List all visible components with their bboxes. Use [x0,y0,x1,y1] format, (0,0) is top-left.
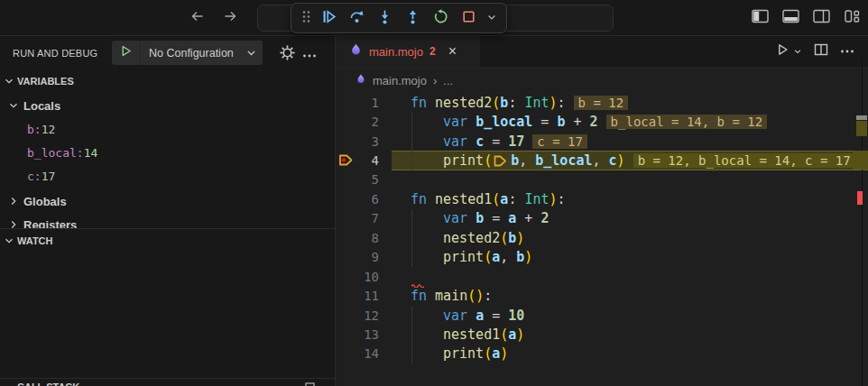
variable-value: 17 [42,170,56,183]
tab-main-mojo[interactable]: main.mojo 2 × [336,36,480,67]
line-content: fn main(): [392,286,868,305]
debug-settings-button[interactable] [280,45,295,64]
code-line-12[interactable]: 12var a = 10 [336,306,868,325]
variable-row-b[interactable]: b: 12 [27,117,335,141]
glyph-margin[interactable] [336,325,356,344]
step-out-button[interactable] [402,7,424,30]
overview-ruler[interactable] [853,36,868,386]
code-token: ( [492,95,500,111]
glyph-margin[interactable] [336,189,356,208]
code-line-3[interactable]: 3var c = 17c = 17 [336,132,868,151]
watch-section-header[interactable]: WATCH [0,228,335,252]
code-token: var [443,308,476,324]
indent-guide [411,151,412,170]
code-token: var [443,133,476,150]
toggle-primary-sidebar-button[interactable] [751,9,769,27]
code-token: b [500,95,508,111]
continue-button[interactable] [318,7,340,30]
back-button[interactable] [188,9,206,27]
toggle-secondary-sidebar-icon [813,9,830,27]
variable-row-b-local[interactable]: b_local: 14 [27,141,335,164]
forward-arrow-icon [223,9,238,27]
code-line-2[interactable]: 2var b_local = b + 2b_local = 14, b = 12 [336,112,868,131]
code-token: Int [524,191,549,207]
chevron-down-icon [3,75,15,87]
glyph-margin[interactable] [336,132,356,151]
chevron-right-icon [7,195,20,207]
launch-configuration-dropdown[interactable]: No Configuration [112,41,263,65]
start-debugging-button[interactable] [112,41,141,65]
title-bar [0,0,868,36]
code-token: + [516,210,540,226]
code-token: 2 [540,210,549,226]
code-line-6[interactable]: 6fn nested1(a: Int): [336,189,868,208]
code-line-10[interactable]: 10 [336,267,868,286]
split-editor-button[interactable] [814,42,828,60]
step-over-button[interactable] [346,7,368,30]
glyph-margin[interactable] [336,306,356,325]
breakpoint-glyph-margin[interactable] [336,151,356,170]
play-icon [119,44,133,61]
glyph-margin[interactable] [336,286,356,305]
call-stack-action-icon[interactable] [305,381,315,386]
code-line-9[interactable]: 9print(a, b) [336,248,868,267]
variable-separator: : [34,170,42,183]
close-icon[interactable]: × [448,44,457,59]
call-stack-section-header[interactable]: CALL STACK [0,378,335,386]
breakpoint-current-line-icon [338,153,354,167]
code-line-1[interactable]: 1fn nested2(b: Int):b = 12 [336,93,868,112]
code-area[interactable]: 1fn nested2(b: Int):b = 122var b_local =… [336,93,868,386]
code-line-5[interactable]: 5 [336,170,868,189]
line-content: fn nested1(a: Int): [392,189,868,208]
glyph-margin[interactable] [336,209,356,228]
restart-button[interactable] [429,7,452,30]
scope-locals[interactable]: Locals [0,94,335,117]
code-line-14[interactable]: 14print(a) [336,345,868,363]
line-number: 4 [356,153,392,168]
toggle-panel-button[interactable] [781,9,799,27]
code-token: , [519,152,535,169]
step-into-button[interactable] [374,7,396,30]
scope-globals[interactable]: Globals [0,189,335,213]
glyph-margin[interactable] [336,228,356,247]
code-token: a [476,308,484,324]
code-token: 10 [508,308,524,324]
line-number: 10 [356,270,392,284]
glyph-margin[interactable] [336,267,356,286]
debug-session-dropdown[interactable] [485,7,498,30]
glyph-margin[interactable] [336,170,356,189]
nav-arrows [188,0,239,36]
run-file-button[interactable] [775,42,802,60]
code-token: b_local [476,114,532,130]
code-line-11[interactable]: 11fn main(): [336,286,868,305]
forward-button[interactable] [221,9,239,27]
breadcrumb: main.mojo › ... [336,68,868,93]
glyph-margin[interactable] [336,112,356,131]
code-token: fn [411,95,435,111]
customize-layout-button[interactable] [843,9,861,27]
line-content: var b_local = b + 2b_local = 14, b = 12 [392,112,868,131]
indent-guide [411,112,412,131]
code-line-4[interactable]: 4print(b, b_local, c)b = 12, b_local = 1… [336,151,868,170]
code-token: c [609,152,617,169]
ruler-mark-current-line [853,151,868,170]
variable-row-c[interactable]: c: 17 [27,164,335,188]
code-token: a [500,191,508,207]
glyph-margin[interactable] [336,345,356,363]
breadcrumb-symbol[interactable]: ... [443,74,453,87]
glyph-margin[interactable] [336,93,356,112]
code-line-7[interactable]: 7var b = a + 2 [336,209,868,228]
glyph-margin[interactable] [336,248,356,267]
scope-label: Locals [23,99,60,113]
debug-inline-value: b = 12, b_local = 14, c = 17 [633,153,855,168]
stop-button[interactable] [457,7,480,30]
variables-section-header[interactable]: VARIABLES [0,70,335,92]
chevron-down-icon [7,99,20,112]
views-more-actions-button[interactable] [302,48,317,64]
code-token: : [558,191,566,207]
toggle-secondary-sidebar-button[interactable] [812,9,830,27]
breadcrumb-file[interactable]: main.mojo [373,74,427,87]
drag-handle[interactable] [300,7,312,30]
code-line-8[interactable]: 8nested2(b) [336,228,868,247]
code-line-13[interactable]: 13nested1(a) [336,325,868,344]
